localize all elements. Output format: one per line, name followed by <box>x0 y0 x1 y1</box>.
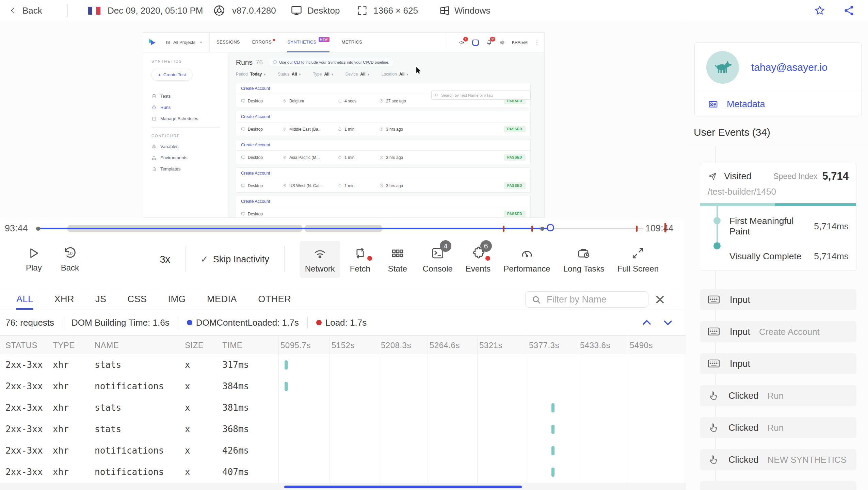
sidebar-item-environments[interactable]: Environments <box>151 155 220 160</box>
user-email-link[interactable]: tahay@asayer.io <box>751 62 827 73</box>
share-icon[interactable] <box>843 0 855 21</box>
location-pin-icon <box>283 183 287 188</box>
filter-type[interactable]: TypeAll▼ <box>313 72 334 77</box>
table-row[interactable]: 2xx-3xxxhrnotificationsx426ms <box>0 440 686 461</box>
app-nav-synthetics[interactable]: SYNTHETICSNEW <box>287 33 329 52</box>
run-card-partial[interactable]: Create Account Desktop PASSED <box>236 196 531 218</box>
back-10-button[interactable]: 10 Back <box>61 246 79 273</box>
gear-icon[interactable] <box>499 39 505 46</box>
user-event-input[interactable]: Input Create Account <box>700 321 856 342</box>
close-panel-icon[interactable]: ✕ <box>654 291 666 309</box>
metadata-button[interactable]: Metadata <box>695 92 861 116</box>
announcements-icon[interactable]: 1 <box>459 39 465 46</box>
horizontal-scrollbar[interactable] <box>0 484 686 490</box>
console-badge: 4 <box>440 240 451 252</box>
user-event-partial[interactable] <box>700 481 856 490</box>
table-row[interactable]: 2xx-3xxxhrnotificationsx407ms <box>0 461 686 483</box>
tab-other[interactable]: OTHER <box>258 290 291 310</box>
section-title: SYNTHETICS <box>151 59 220 63</box>
jump-down-icon[interactable] <box>662 317 674 328</box>
long-tasks-panel-button[interactable]: Long Tasks <box>558 241 610 278</box>
table-row[interactable]: 2xx-3xxxhrstatsx317ms <box>0 354 686 376</box>
timeline-track[interactable] <box>38 218 643 239</box>
run-card[interactable]: Create Account Desktop Asia Pacific (M..… <box>236 139 531 164</box>
test-search-input[interactable] <box>431 91 531 100</box>
user-event-click[interactable]: Clicked Run <box>700 385 856 406</box>
events-panel-button[interactable]: 6 Events <box>460 241 496 278</box>
jump-up-icon[interactable] <box>641 317 653 328</box>
cli-link[interactable]: CLI <box>294 60 300 64</box>
network-wifi-icon <box>312 246 327 261</box>
run-name-link[interactable]: Create Account <box>236 140 530 151</box>
run-name-link[interactable]: Create Account <box>236 111 530 122</box>
sidebar-item-templates[interactable]: Templates <box>151 166 220 172</box>
more-menu-icon[interactable]: ⋮ <box>534 39 540 46</box>
favorite-star-icon[interactable] <box>814 0 825 21</box>
run-card[interactable]: Create Account Desktop Middle East (Ba..… <box>236 111 531 136</box>
network-panel-button[interactable]: Network <box>300 241 340 278</box>
back-button[interactable]: Back <box>9 0 42 21</box>
table-row[interactable]: 2xx-3xxxhrstatsx368ms <box>0 419 686 440</box>
user-event-input[interactable]: Input <box>700 289 856 310</box>
tab-media[interactable]: MEDIA <box>207 290 237 310</box>
filter-by-name-input[interactable] <box>525 291 648 308</box>
speed-index-value: 5,714 <box>822 170 849 182</box>
user-event-click[interactable]: Clicked NEW SYNTHETICS <box>700 449 856 470</box>
play-button[interactable]: Play <box>26 246 42 273</box>
waterfall-bar <box>285 360 288 370</box>
sidebar-item-manage-schedules[interactable]: Manage Schedules <box>151 116 220 121</box>
status-badge: PASSED <box>504 182 526 189</box>
app-nav-metrics[interactable]: METRICS <box>342 33 363 52</box>
cubes-icon <box>151 144 157 149</box>
full-screen-panel-button[interactable]: Full Screen <box>612 241 664 278</box>
hand-pointer-icon <box>707 454 719 466</box>
sidebar-item-runs[interactable]: Runs <box>151 105 220 110</box>
speed-index-label: Speed Index <box>773 172 817 181</box>
user-event-input[interactable]: Input <box>700 353 856 374</box>
clock-icon <box>379 155 384 160</box>
console-panel-button[interactable]: 4 Console <box>417 241 458 278</box>
filter-device[interactable]: DeviceAll▼ <box>345 72 370 77</box>
scrollbar-thumb[interactable] <box>284 486 522 488</box>
tab-all[interactable]: ALL <box>16 290 33 310</box>
speed-toggle[interactable]: 3x <box>160 254 170 265</box>
column-separator <box>428 336 428 483</box>
performance-panel-button[interactable]: Performance <box>498 241 556 278</box>
time-column-label: 5433.6s <box>580 341 610 350</box>
filter-period[interactable]: PeriodToday▼ <box>236 72 266 77</box>
app-username[interactable]: KRAIEM <box>512 40 528 45</box>
app-nav-sessions[interactable]: SESSIONS <box>216 33 240 52</box>
waterfall-bar <box>551 425 554 434</box>
create-test-button[interactable]: +Create Test <box>151 69 192 81</box>
grid-icon <box>166 40 171 45</box>
user-event-click[interactable]: Clicked Run <box>700 417 856 438</box>
run-name-link[interactable]: Create Account <box>236 196 530 207</box>
tab-img[interactable]: IMG <box>168 290 186 310</box>
run-name-link[interactable]: Create Account <box>236 168 530 179</box>
location-pin-icon <box>283 127 287 131</box>
waterfall-bar <box>551 403 554 412</box>
run-card[interactable]: Create Account Desktop US West (N. Cal..… <box>236 167 531 193</box>
timeline[interactable]: 93:44 109:44 <box>0 218 686 239</box>
tab-css[interactable]: CSS <box>128 290 147 310</box>
clock-icon <box>379 99 384 103</box>
table-row[interactable]: 2xx-3xxxhrstatsx381ms <box>0 397 686 419</box>
fetch-panel-button[interactable]: Fetch <box>342 241 378 278</box>
skip-inactivity-toggle[interactable]: ✓ Skip Inactivity <box>200 254 269 265</box>
state-panel-button[interactable]: State <box>380 241 415 278</box>
visited-event-card[interactable]: Visited Speed Index 5,714 /test-builder/… <box>700 163 856 271</box>
event-marker <box>664 223 666 232</box>
filter-status[interactable]: StatusAll▼ <box>278 72 301 77</box>
tab-js[interactable]: JS <box>95 290 107 310</box>
performance-gauge-icon <box>519 246 534 261</box>
project-selector[interactable]: All Projects ▼ <box>166 40 203 45</box>
table-row[interactable]: 2xx-3xxxhrnotificationsx384ms <box>0 376 686 397</box>
sitemap-icon <box>151 155 157 160</box>
notifications-bell-icon[interactable]: 33 <box>486 39 492 46</box>
app-logo-icon <box>148 38 158 47</box>
sidebar-item-variables[interactable]: Variables <box>151 144 220 149</box>
app-nav-errors[interactable]: ERRORS <box>252 33 275 52</box>
filter-location[interactable]: LocationAll▼ <box>382 72 409 77</box>
sidebar-item-tests[interactable]: Tests <box>151 94 220 99</box>
tab-xhr[interactable]: XHR <box>54 290 75 310</box>
